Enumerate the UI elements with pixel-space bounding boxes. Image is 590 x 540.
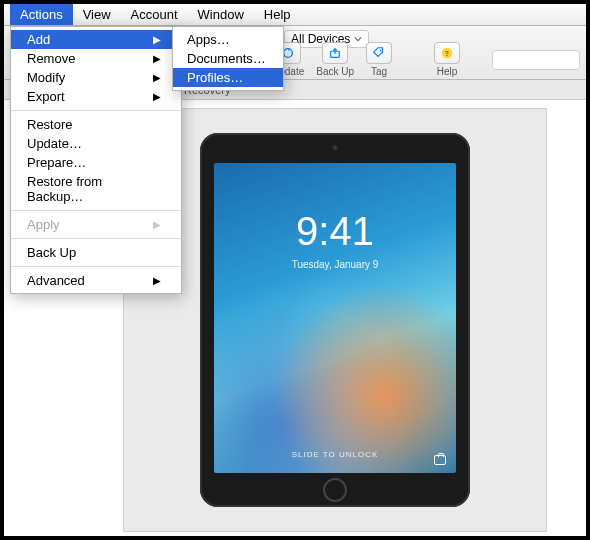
ipad-home-button-icon: [323, 478, 347, 502]
menu-window[interactable]: Window: [188, 4, 254, 25]
submenu-arrow-icon: ▶: [153, 53, 161, 64]
menu-item-remove[interactable]: Remove ▶: [11, 49, 181, 68]
lockscreen-date: Tuesday, January 9: [214, 259, 456, 270]
submenu-arrow-icon: ▶: [153, 34, 161, 45]
add-submenu: Apps… Documents… Profiles…: [172, 26, 284, 91]
menu-item-add-label: Add: [27, 32, 50, 47]
menu-item-prepare-label: Prepare…: [27, 155, 86, 170]
menu-item-apply: Apply ▶: [11, 215, 181, 234]
help-button[interactable]: ? Help: [434, 42, 460, 77]
menu-separator: [11, 266, 181, 267]
lockscreen-slide-text: SLIDE TO UNLOCK: [214, 450, 456, 459]
menu-item-restore[interactable]: Restore: [11, 115, 181, 134]
menu-view[interactable]: View: [73, 4, 121, 25]
backup-icon: [328, 46, 342, 60]
submenu-arrow-icon: ▶: [153, 219, 161, 230]
menu-item-restore-backup-label: Restore from Backup…: [27, 174, 161, 204]
menu-actions[interactable]: Actions: [10, 4, 73, 25]
tag-button[interactable]: Tag: [366, 42, 392, 77]
tag-icon: [372, 46, 386, 60]
submenu-arrow-icon: ▶: [153, 275, 161, 286]
submenu-item-apps[interactable]: Apps…: [173, 30, 283, 49]
search-input[interactable]: [492, 50, 580, 70]
tag-label: Tag: [371, 66, 387, 77]
lockscreen-time: 9:41: [214, 209, 456, 254]
menu-separator: [11, 110, 181, 111]
menu-item-update[interactable]: Update…: [11, 134, 181, 153]
ipad-lockscreen: 9:41 Tuesday, January 9 SLIDE TO UNLOCK: [214, 163, 456, 473]
menu-item-backup-label: Back Up: [27, 245, 76, 260]
menu-separator: [11, 238, 181, 239]
menu-separator: [11, 210, 181, 211]
menu-account[interactable]: Account: [121, 4, 188, 25]
menu-item-advanced-label: Advanced: [27, 273, 85, 288]
submenu-item-profiles[interactable]: Profiles…: [173, 68, 283, 87]
menu-help[interactable]: Help: [254, 4, 301, 25]
backup-label: Back Up: [316, 66, 354, 77]
menu-item-restore-backup[interactable]: Restore from Backup…: [11, 172, 181, 206]
ipad-device: 9:41 Tuesday, January 9 SLIDE TO UNLOCK: [200, 133, 470, 507]
menu-item-modify-label: Modify: [27, 70, 65, 85]
help-icon: ?: [440, 46, 454, 60]
menu-item-remove-label: Remove: [27, 51, 75, 66]
ipad-camera-icon: [333, 145, 338, 150]
submenu-arrow-icon: ▶: [153, 91, 161, 102]
menu-item-backup[interactable]: Back Up: [11, 243, 181, 262]
menu-item-export[interactable]: Export ▶: [11, 87, 181, 106]
menubar: Actions View Account Window Help: [4, 4, 586, 26]
camera-icon: [434, 455, 446, 465]
menu-item-advanced[interactable]: Advanced ▶: [11, 271, 181, 290]
device-preview-panel: 9:41 Tuesday, January 9 SLIDE TO UNLOCK: [123, 108, 547, 532]
menu-item-apply-label: Apply: [27, 217, 60, 232]
menu-item-export-label: Export: [27, 89, 65, 104]
menu-item-update-label: Update…: [27, 136, 82, 151]
backup-button[interactable]: Back Up: [316, 42, 354, 77]
svg-point-2: [380, 50, 382, 52]
help-label: Help: [437, 66, 458, 77]
submenu-item-documents[interactable]: Documents…: [173, 49, 283, 68]
menu-item-add[interactable]: Add ▶: [11, 30, 181, 49]
svg-text:?: ?: [445, 50, 449, 57]
actions-dropdown: Add ▶ Remove ▶ Modify ▶ Export ▶ Restore…: [10, 26, 182, 294]
menu-item-modify[interactable]: Modify ▶: [11, 68, 181, 87]
submenu-arrow-icon: ▶: [153, 72, 161, 83]
menu-item-restore-label: Restore: [27, 117, 73, 132]
menu-item-prepare[interactable]: Prepare…: [11, 153, 181, 172]
